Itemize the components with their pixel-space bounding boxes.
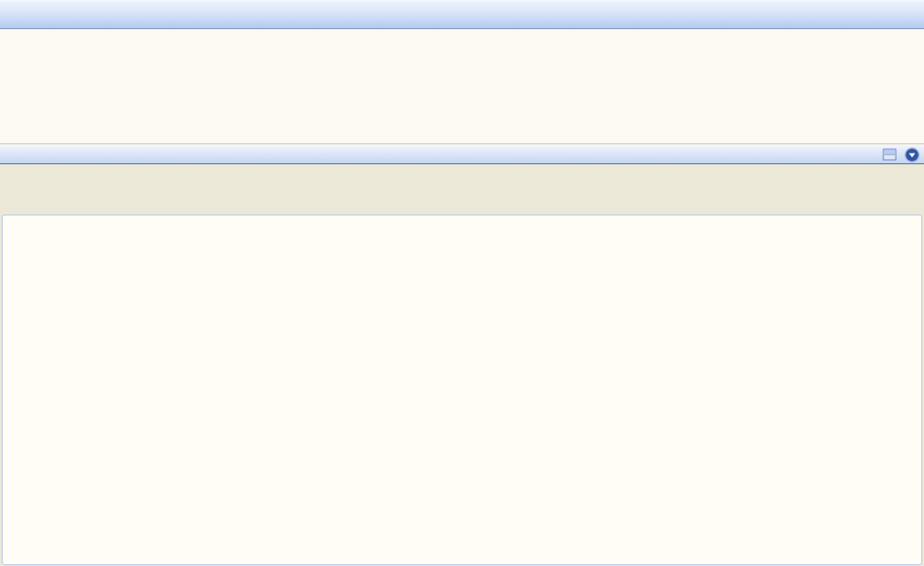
overlay-chart-titlebar bbox=[0, 146, 924, 164]
collapse-section-button[interactable] bbox=[905, 147, 920, 162]
device-table bbox=[0, 0, 924, 144]
y-axis-row bbox=[4, 185, 34, 200]
panel-layout-icon[interactable] bbox=[883, 147, 897, 162]
app-window: { "table": { "columns": [ {"key":"visibl… bbox=[0, 0, 924, 566]
x-axis-row bbox=[4, 170, 34, 184]
heart-rate-chart bbox=[0, 215, 924, 566]
chart-controls bbox=[0, 164, 924, 215]
titlebar-icons bbox=[883, 147, 920, 162]
table-header-row bbox=[0, 0, 924, 29]
